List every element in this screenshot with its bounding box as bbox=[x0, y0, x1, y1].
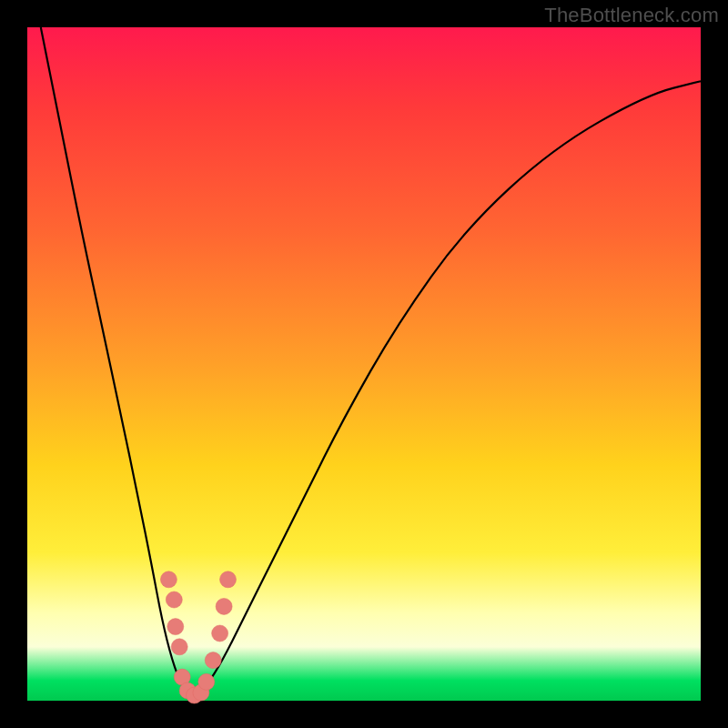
curve-bead bbox=[160, 571, 177, 588]
curve-bead bbox=[216, 598, 232, 614]
curve-beads-group bbox=[160, 571, 236, 703]
curve-bead bbox=[212, 625, 228, 642]
curve-bead bbox=[220, 571, 237, 588]
curve-bead bbox=[171, 639, 187, 655]
watermark-text: TheBottleneck.com bbox=[544, 4, 719, 27]
outer-frame: TheBottleneck.com bbox=[0, 0, 728, 728]
curve-svg bbox=[27, 27, 701, 701]
curve-bead bbox=[167, 619, 184, 635]
curve-bead bbox=[205, 652, 221, 669]
bottleneck-curve bbox=[41, 27, 701, 695]
curve-bead bbox=[166, 592, 182, 608]
plot-area bbox=[27, 27, 701, 701]
curve-bead bbox=[198, 673, 215, 690]
